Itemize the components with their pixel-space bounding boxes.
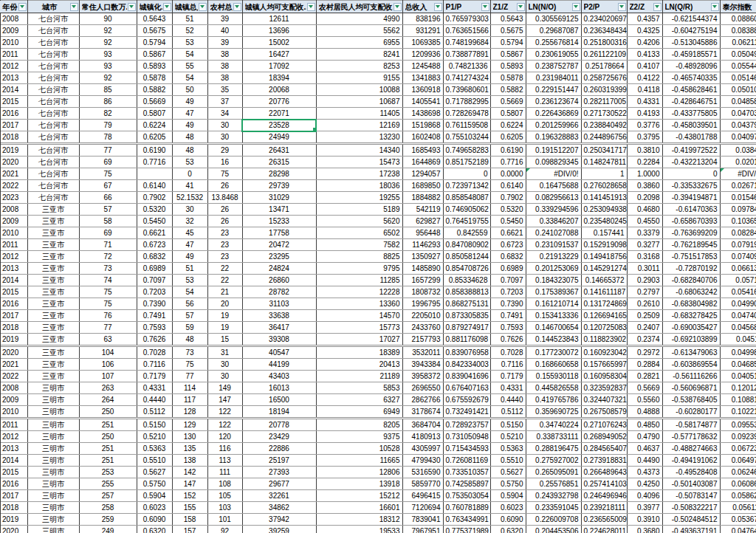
grid-cell[interactable]: 七台河市 — [27, 120, 79, 131]
grid-cell[interactable]: 1689850 — [402, 180, 443, 192]
grid-cell[interactable]: 19 — [207, 310, 242, 322]
grid-cell[interactable]: 0.184323075 — [526, 275, 581, 286]
grid-cell[interactable]: 0.153413336 — [526, 310, 581, 322]
grid-cell[interactable]: 29 — [207, 144, 242, 157]
grid-cell[interactable]: 0.196328883 — [526, 131, 581, 144]
grid-cell[interactable]: -0.61470363 — [662, 204, 720, 216]
grid-cell[interactable]: 1657299 — [402, 275, 443, 286]
grid-cell[interactable]: 0.868275131 — [443, 298, 490, 310]
grid-cell[interactable]: 6955 — [316, 37, 402, 49]
grid-cell[interactable]: 三亚市 — [27, 310, 79, 322]
grid-cell[interactable]: 1069385 — [402, 37, 443, 49]
column-header-13[interactable]: Z2/Z — [627, 1, 662, 13]
column-header-12[interactable]: P2/P — [581, 1, 627, 13]
grid-cell[interactable]: 86 — [79, 96, 137, 108]
grid-cell[interactable]: 0.7626 — [137, 334, 172, 346]
column-header-6[interactable]: 城镇人均可支配收.. — [242, 1, 316, 13]
filter-dropdown-icon[interactable] — [199, 3, 207, 11]
grid-cell[interactable]: 三明市 — [27, 406, 79, 419]
grid-cell[interactable]: 0.04511 — [720, 334, 756, 346]
grid-cell[interactable]: 2012 — [0, 251, 27, 263]
grid-cell[interactable]: 44199 — [242, 359, 316, 371]
grid-cell[interactable]: 0.268949052 — [581, 431, 627, 443]
grid-cell[interactable]: 0.5150 — [137, 419, 172, 431]
grid-cell[interactable]: 0.230619055 — [526, 49, 581, 61]
grid-cell[interactable]: 0.145291274 — [581, 263, 627, 275]
grid-cell[interactable]: -0.613479063 — [662, 346, 720, 359]
grid-cell[interactable]: -0.58174877 — [662, 419, 720, 431]
column-header-2[interactable]: 常住人口数万.. — [79, 1, 137, 13]
grid-cell[interactable]: 0.5320 — [137, 204, 172, 216]
grid-cell[interactable]: #DIV/0! — [526, 168, 581, 180]
grid-cell[interactable]: 0.051464 — [720, 72, 756, 84]
grid-cell[interactable]: 13918 — [316, 478, 402, 490]
grid-cell[interactable]: 93 — [79, 49, 137, 61]
grid-cell[interactable]: 2696550 — [402, 382, 443, 394]
grid-cell[interactable]: 33638 — [242, 310, 316, 322]
grid-cell[interactable]: 40 — [207, 25, 242, 37]
grid-cell[interactable]: 三明市 — [27, 478, 79, 490]
grid-cell[interactable]: 2009 — [0, 394, 27, 406]
grid-cell[interactable]: 0.847080902 — [443, 239, 490, 251]
grid-cell[interactable]: 37942 — [242, 514, 316, 526]
grid-cell[interactable]: 0.715434593 — [443, 443, 490, 455]
grid-cell[interactable]: 0.4373 — [627, 467, 662, 478]
grid-cell[interactable]: 21189 — [316, 371, 402, 382]
grid-cell[interactable]: 10088 — [316, 84, 402, 96]
grid-cell[interactable]: -0.513045886 — [662, 37, 720, 49]
grid-cell[interactable]: 三亚市 — [27, 334, 79, 346]
grid-cell[interactable]: 0.4888 — [627, 406, 662, 419]
grid-cell[interactable]: 0.842559 — [443, 227, 490, 239]
grid-cell[interactable]: 18389 — [316, 346, 402, 359]
grid-cell[interactable]: 0.21913229 — [526, 251, 581, 263]
grid-cell[interactable]: 0.728269478 — [443, 108, 490, 120]
grid-cell[interactable]: 0.6224 — [490, 120, 526, 131]
grid-cell[interactable]: 0.5450 — [490, 216, 526, 227]
grid-cell[interactable]: 0.765979303 — [443, 13, 490, 25]
grid-cell[interactable]: -0.49528408 — [662, 467, 720, 478]
grid-cell[interactable]: 12169 — [316, 120, 402, 131]
grid-cell[interactable]: 0.118823902 — [581, 334, 627, 346]
grid-cell[interactable]: -0.658670393 — [662, 216, 720, 227]
grid-cell[interactable]: 10687 — [316, 96, 402, 108]
grid-cell[interactable]: 0.049986 — [720, 346, 756, 359]
grid-cell[interactable]: -0.493637191 — [662, 526, 720, 533]
grid-cell[interactable]: 0.25178664 — [581, 61, 627, 72]
grid-cell[interactable]: 0.4096 — [627, 490, 662, 502]
grid-cell[interactable]: 0.445826558 — [526, 382, 581, 394]
grid-cell[interactable]: 三明市 — [27, 502, 79, 514]
grid-cell[interactable]: 0.5669 — [490, 96, 526, 108]
grid-cell[interactable]: 10528 — [316, 443, 402, 455]
grid-cell[interactable]: 31103 — [242, 298, 316, 310]
grid-cell[interactable]: 0.02010 — [720, 157, 756, 168]
grid-cell[interactable]: 11665 — [316, 455, 402, 467]
grid-cell[interactable]: 138 — [172, 455, 207, 467]
grid-cell[interactable]: 0.102215 — [720, 406, 756, 419]
grid-cell[interactable]: 3178674 — [402, 406, 443, 419]
grid-cell[interactable]: 0.7028 — [137, 346, 172, 359]
grid-cell[interactable]: 7839041 — [402, 514, 443, 526]
grid-cell[interactable]: 2019 — [0, 334, 27, 346]
grid-cell[interactable]: 三明市 — [27, 455, 79, 467]
grid-cell[interactable]: 13360 — [316, 298, 402, 310]
filter-dropdown-icon[interactable] — [434, 3, 442, 11]
grid-cell[interactable]: 20778 — [242, 419, 316, 431]
grid-cell[interactable]: 0.6621 — [490, 227, 526, 239]
grid-cell[interactable]: 29739 — [242, 180, 316, 192]
grid-cell[interactable]: 152 — [172, 490, 207, 502]
grid-cell[interactable]: 0.261122109 — [581, 49, 627, 61]
grid-cell[interactable]: -0.488274663 — [662, 443, 720, 455]
filter-dropdown-icon[interactable] — [711, 3, 719, 11]
grid-cell[interactable]: 57 — [172, 310, 207, 322]
grid-cell[interactable]: 74 — [79, 275, 137, 286]
grid-cell[interactable]: 0.6205 — [490, 131, 526, 144]
grid-cell[interactable]: 0.742585897 — [443, 478, 490, 490]
grid-cell[interactable]: 0.4440 — [137, 394, 172, 406]
grid-cell[interactable]: 0.5675 — [490, 25, 526, 37]
grid-cell[interactable]: 1405541 — [402, 96, 443, 108]
grid-cell[interactable]: 2011 — [0, 419, 27, 431]
grid-cell[interactable]: 52.1532 — [172, 192, 207, 204]
grid-cell[interactable]: 0.854708726 — [443, 263, 490, 275]
grid-cell[interactable]: 17758 — [242, 227, 316, 239]
grid-cell[interactable]: 七台河市 — [27, 96, 79, 108]
